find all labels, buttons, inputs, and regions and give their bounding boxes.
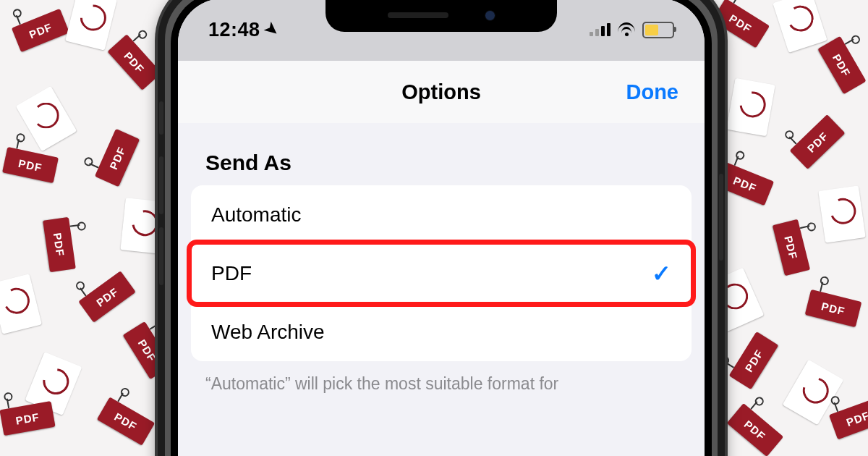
clock: 12:48 — [208, 19, 260, 41]
earpiece — [388, 12, 448, 18]
cellular-icon — [590, 23, 610, 36]
content-area: Send As Automatic PDF ✓ Web Archive “Aut… — [178, 123, 705, 456]
location-icon: ➤ — [260, 18, 282, 41]
volume-up-button — [159, 156, 163, 214]
battery-icon — [642, 22, 674, 38]
option-automatic[interactable]: Automatic — [191, 185, 692, 244]
screen: 12:48 ➤ Options Done Send As Automatic — [178, 0, 705, 456]
option-label: Automatic — [211, 203, 302, 227]
mute-switch — [159, 101, 163, 135]
option-pdf[interactable]: PDF ✓ — [191, 244, 692, 303]
section-header: Send As — [178, 151, 705, 185]
checkmark-icon: ✓ — [652, 260, 671, 287]
option-label: PDF — [211, 262, 252, 285]
nav-bar: Options Done — [178, 61, 705, 124]
done-button[interactable]: Done — [626, 80, 679, 104]
iphone-frame: 12:48 ➤ Options Done Send As Automatic — [158, 0, 725, 456]
section-footnote: “Automatic” will pick the most suitable … — [178, 361, 705, 395]
page-title: Options — [401, 80, 481, 104]
front-camera — [485, 10, 495, 21]
volume-down-button — [159, 227, 163, 285]
option-label: Web Archive — [211, 321, 325, 344]
send-as-list: Automatic PDF ✓ Web Archive — [191, 185, 692, 361]
wifi-icon — [618, 22, 635, 37]
notch — [326, 0, 557, 32]
option-web-archive[interactable]: Web Archive — [191, 303, 692, 361]
side-button — [719, 174, 723, 261]
